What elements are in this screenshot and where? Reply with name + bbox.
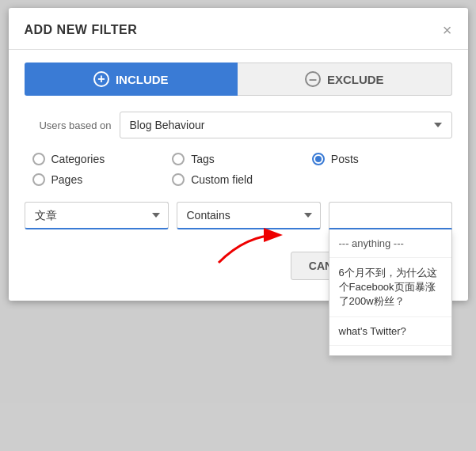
exclude-button[interactable]: – EXCLUDE <box>238 63 452 96</box>
search-text-input[interactable] <box>329 202 452 229</box>
red-arrow-indicator <box>215 227 286 269</box>
dropdown-item-facebook2[interactable]: which name is allowed in Facebook <box>329 346 451 356</box>
radio-circle-posts <box>312 153 325 165</box>
radio-circle-pages <box>32 173 45 186</box>
second-dropdown[interactable]: Contains Does not contain Is Is not <box>177 202 321 229</box>
radio-posts[interactable]: Posts <box>312 153 452 165</box>
users-label: Users based on <box>25 119 112 131</box>
radio-label-categories: Categories <box>51 153 105 165</box>
radio-circle-tags <box>172 153 185 165</box>
radio-categories[interactable]: Categories <box>32 153 173 165</box>
minus-circle-icon: – <box>305 71 321 87</box>
radio-tags[interactable]: Tags <box>172 153 312 165</box>
include-button[interactable]: + INCLUDE <box>25 63 238 96</box>
text-input-container: --- anything --- 6个月不到，为什么这个Facebook页面暴涨… <box>329 202 452 229</box>
radio-label-tags: Tags <box>191 153 215 165</box>
plus-circle-icon: + <box>93 71 109 87</box>
radio-label-custom-field: Custom field <box>191 173 253 186</box>
dropdown-item-anything[interactable]: --- anything --- <box>329 229 451 258</box>
modal-overlay: ADD NEW FILTER × + INCLUDE – EXCLUDE Use… <box>0 0 476 451</box>
dropdown-item-twitter[interactable]: what's Twitter? <box>329 317 451 346</box>
radio-options-grid: Categories Tags Posts Pages Custom field <box>25 153 452 186</box>
users-based-on-row: Users based on Blog Behaviour Pages Cust… <box>25 112 452 138</box>
radio-label-posts: Posts <box>331 153 359 165</box>
modal-header: ADD NEW FILTER × <box>9 8 468 50</box>
radio-custom-field[interactable]: Custom field <box>172 173 312 186</box>
suggestions-dropdown: --- anything --- 6个月不到，为什么这个Facebook页面暴涨… <box>329 229 452 356</box>
radio-pages[interactable]: Pages <box>32 173 173 186</box>
first-dropdown[interactable]: 文章 Categories Tags <box>25 202 169 229</box>
dropdown-item-facebook[interactable]: 6个月不到，为什么这个Facebook页面暴涨了200w粉丝？ <box>329 258 451 317</box>
modal-dialog: ADD NEW FILTER × + INCLUDE – EXCLUDE Use… <box>9 8 468 301</box>
exclude-label: EXCLUDE <box>327 73 384 86</box>
radio-label-pages: Pages <box>51 173 83 186</box>
include-exclude-row: + INCLUDE – EXCLUDE <box>25 63 452 96</box>
users-based-on-select[interactable]: Blog Behaviour Pages Custom Events User … <box>120 112 452 138</box>
modal-body: + INCLUDE – EXCLUDE Users based on Blog … <box>9 50 468 301</box>
close-button[interactable]: × <box>443 22 452 38</box>
include-label: INCLUDE <box>116 73 169 86</box>
radio-circle-custom-field <box>172 173 185 186</box>
dropdowns-row: 文章 Categories Tags Contains Does not con… <box>25 202 452 229</box>
radio-circle-categories <box>32 153 45 165</box>
modal-title: ADD NEW FILTER <box>25 23 138 37</box>
